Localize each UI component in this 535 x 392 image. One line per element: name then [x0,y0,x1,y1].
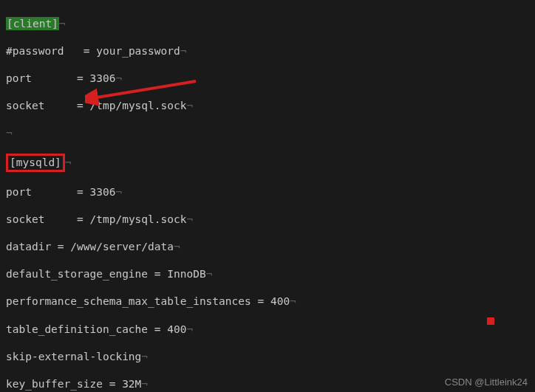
line-mysqld-socket: socket = /tmp/mysql.sock¬ [6,213,529,227]
line-skip-external: skip-external-locking¬ [6,350,529,364]
cursor-marker [487,317,494,325]
highlight-mysqld-box: [mysqld] [6,154,65,172]
line-mysqld-section: [mysqld]¬ [6,154,529,172]
config-file-editor: [client]¬ #password = your_password¬ por… [0,0,535,392]
line-client-socket: socket = /tmp/mysql.sock¬ [6,99,529,113]
line-datadir: datadir = /www/server/data¬ [6,240,529,254]
pilcrow: ¬ [59,18,66,30]
line-table-def-cache: table_definition_cache = 400¬ [6,323,529,337]
watermark: CSDN @Littleink24 [445,376,528,388]
line-password: #password = your_password¬ [6,44,529,58]
line-perf-schema: performance_schema_max_table_instances =… [6,295,529,309]
line-default-engine: default_storage_engine = InnoDB¬ [6,267,529,281]
section-client: [client] [6,17,59,31]
line-mysqld-port: port = 3306¬ [6,185,529,199]
line-client-section: [client]¬ [6,17,529,31]
line-blank: ¬ [6,126,529,140]
line-client-port: port = 3306¬ [6,72,529,86]
